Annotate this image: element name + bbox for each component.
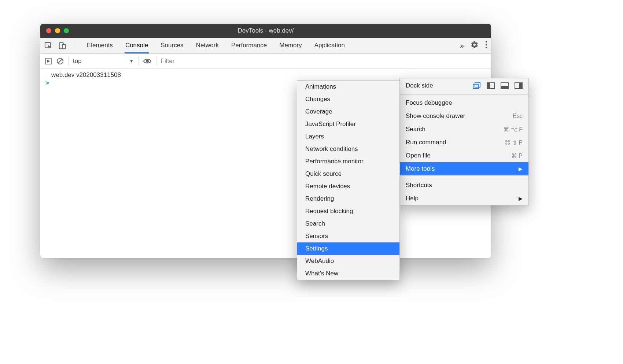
submenu-item-remote-devices[interactable]: Remote devices (297, 180, 399, 193)
more-tools-submenu: AnimationsChangesCoverageJavaScript Prof… (297, 80, 400, 280)
submenu-item-search[interactable]: Search (297, 218, 399, 230)
inspect-element-icon[interactable] (44, 41, 53, 50)
tab-elements[interactable]: Elements (86, 38, 114, 53)
svg-rect-17 (520, 83, 522, 89)
submenu-item-animations[interactable]: Animations (297, 81, 399, 93)
dock-bottom-icon[interactable] (501, 82, 509, 89)
menu-item-label: Show console drawer (406, 112, 465, 120)
submenu-item-sensors[interactable]: Sensors (297, 230, 399, 242)
submenu-item-performance-monitor[interactable]: Performance monitor (297, 155, 399, 168)
menu-item-more-tools[interactable]: More tools ▶ (400, 162, 528, 175)
menu-separator (400, 177, 528, 177)
tab-application[interactable]: Application (314, 38, 346, 53)
dock-left-icon[interactable] (487, 82, 495, 89)
submenu-item-changes[interactable]: Changes (297, 93, 399, 105)
context-label: top (73, 57, 82, 65)
dock-right-icon[interactable] (515, 82, 523, 89)
submenu-item-what-s-new[interactable]: What's New (297, 267, 399, 280)
titlebar: DevTools - web.dev/ (40, 24, 491, 38)
settings-gear-icon[interactable] (471, 41, 479, 51)
execution-context-icon[interactable] (45, 57, 52, 65)
submenu-item-javascript-profiler[interactable]: JavaScript Profiler (297, 118, 399, 130)
menu-item-label: Run command (406, 139, 446, 146)
submenu-item-coverage[interactable]: Coverage (297, 105, 399, 118)
submenu-item-rendering[interactable]: Rendering (297, 193, 399, 205)
menu-item-focus-debuggee[interactable]: Focus debuggee (400, 96, 528, 109)
tab-network[interactable]: Network (195, 38, 220, 53)
submenu-item-settings[interactable]: Settings (297, 242, 399, 255)
menu-item-open-file[interactable]: Open file⌘ P (400, 149, 528, 162)
submenu-item-quick-source[interactable]: Quick source (297, 168, 399, 180)
chevron-right-icon: ▶ (519, 196, 523, 201)
tab-memory[interactable]: Memory (279, 38, 302, 53)
menu-separator (400, 94, 528, 95)
svg-rect-13 (487, 83, 490, 89)
menu-item-search[interactable]: Search⌘ ⌥ F (400, 123, 528, 136)
svg-point-4 (486, 44, 487, 45)
svg-point-5 (486, 47, 487, 48)
svg-rect-11 (475, 83, 480, 87)
window-title: DevTools - web.dev/ (40, 27, 491, 34)
tab-console[interactable]: Console (125, 38, 149, 53)
svg-line-8 (58, 59, 62, 63)
submenu-item-network-conditions[interactable]: Network conditions (297, 143, 399, 155)
context-selector[interactable]: top ▼ (73, 57, 134, 65)
menu-item-label: More tools (406, 165, 435, 172)
chevron-down-icon: ▼ (129, 59, 134, 64)
menu-shortcut: ⌘ P (511, 152, 523, 159)
svg-rect-2 (62, 44, 65, 49)
menu-shortcut: ⌘ ⌥ F (503, 126, 523, 133)
devtools-window: DevTools - web.dev/ ElementsConsoleSourc… (40, 24, 491, 258)
svg-rect-15 (501, 86, 508, 89)
svg-point-3 (486, 41, 487, 42)
submenu-item-request-blocking[interactable]: Request blocking (297, 205, 399, 218)
menu-item-help[interactable]: Help▶ (400, 192, 528, 205)
tab-performance[interactable]: Performance (231, 38, 268, 53)
main-tabbar: ElementsConsoleSourcesNetworkPerformance… (40, 38, 491, 54)
menu-item-label: Search (406, 126, 425, 133)
toggle-device-toolbar-icon[interactable] (58, 41, 67, 50)
menu-shortcut: ⌘ ⇧ P (505, 139, 523, 146)
menu-shortcut: Esc (513, 113, 523, 119)
customize-menu-icon[interactable] (485, 41, 487, 51)
clear-console-icon[interactable] (56, 57, 64, 65)
more-tabs-icon[interactable]: » (460, 41, 464, 50)
tab-sources[interactable]: Sources (160, 38, 184, 53)
menu-item-show-console-drawer[interactable]: Show console drawerEsc (400, 109, 528, 123)
separator (138, 57, 139, 66)
submenu-item-layers[interactable]: Layers (297, 130, 399, 143)
menu-item-label: Help (406, 195, 419, 202)
dock-side-row: Dock side (400, 78, 528, 93)
customize-menu: Dock side Focus debuggeeShow console dra… (399, 78, 529, 205)
menu-item-label: Open file (406, 152, 431, 159)
console-toolbar: top ▼ (40, 54, 491, 68)
submenu-item-webaudio[interactable]: WebAudio (297, 255, 399, 267)
svg-rect-10 (473, 84, 478, 89)
separator (68, 57, 69, 66)
separator (156, 57, 156, 66)
dock-side-label: Dock side (406, 82, 433, 89)
tab-list: ElementsConsoleSourcesNetworkPerformance… (86, 38, 346, 53)
menu-item-shortcuts[interactable]: Shortcuts (400, 179, 528, 192)
menu-item-run-command[interactable]: Run command⌘ ⇧ P (400, 136, 528, 149)
chevron-right-icon: ▶ (519, 166, 523, 172)
live-expression-icon[interactable] (143, 57, 152, 65)
svg-point-9 (146, 60, 148, 62)
separator (74, 41, 74, 51)
filter-input[interactable] (161, 56, 487, 66)
menu-item-label: Focus debuggee (406, 99, 452, 107)
menu-item-label: Shortcuts (406, 182, 432, 189)
dock-undock-icon[interactable] (473, 82, 481, 89)
